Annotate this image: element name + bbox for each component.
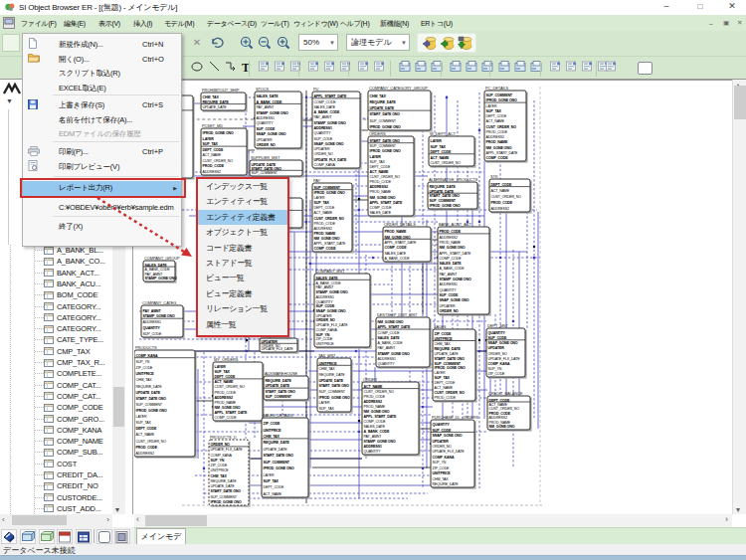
svg-text:PROD_CODE: PROD_CODE	[370, 180, 392, 184]
svg-text:A_BANK_CODE: A_BANK_CODE	[378, 341, 404, 345]
svg-text:PROD_NAME: PROD_NAME	[370, 190, 392, 194]
svg-text:ACT_NAME: ACT_NAME	[486, 119, 505, 123]
svg-text:A_BANK_CODE: A_BANK_CODE	[316, 281, 342, 285]
svg-text:COMP_KANA: COMP_KANA	[433, 456, 455, 460]
svg-text:PAY_AMNT: PAY_AMNT	[440, 273, 459, 277]
svg-text:UPDATE_FLX_DATE: UPDATE_FLX_DATE	[488, 357, 521, 361]
svg-text:NM_GONE ONO: NM_GONE ONO	[364, 410, 390, 414]
svg-text:UPDATER: UPDATER	[440, 304, 456, 308]
svg-text:PROD_NAME: PROD_NAME	[314, 232, 336, 236]
svg-text:PROD_NAME: PROD_NAME	[489, 421, 511, 425]
svg-text:LAYER: LAYER	[203, 137, 215, 141]
svg-text:DEPT_CODE: DEPT_CODE	[215, 375, 236, 379]
svg-text:SUP_CODE: SUP_CODE	[440, 293, 459, 297]
svg-text:ORDER_NO: ORDER_NO	[211, 443, 231, 447]
svg-text:STAMP_GONE ONO: STAMP_GONE ONO	[378, 352, 410, 356]
svg-text:STAMP_GONE ONO: STAMP_GONE ONO	[316, 290, 348, 294]
svg-text:ZIP_CODE: ZIP_CODE	[435, 332, 453, 336]
svg-text:ZIP_CODE: ZIP_CODE	[136, 366, 154, 370]
svg-text:COMP_CODE: COMP_CODE	[440, 257, 463, 261]
svg-text:COMPANY_CATEG: COMPANY_CATEG	[142, 300, 176, 305]
svg-text:IPROD_GONE ONO: IPROD_GONE ONO	[486, 98, 517, 102]
svg-text:REQUIRE_DATE: REQUIRE_DATE	[211, 479, 238, 483]
svg-text:APPL_START_DATE: APPL_START_DATE	[314, 242, 346, 246]
svg-text:STAMP_GONE ONO: STAMP_GONE ONO	[143, 314, 175, 318]
svg-text:PU: PU	[313, 87, 319, 92]
svg-text:W_DEPT_ACT: W_DEPT_ACT	[430, 131, 457, 136]
svg-text:CUST_ORDER_NO: CUST_ORDER_NO	[486, 125, 517, 129]
svg-text:SALES_DATE: SALES_DATE	[370, 211, 392, 215]
svg-text:REQUIRE_DATE: REQUIRE_DATE	[264, 441, 290, 445]
svg-text:ZIP_CODE: ZIP_CODE	[488, 372, 506, 376]
svg-text:NM_GONE ONO: NM_GONE ONO	[215, 406, 241, 410]
svg-text:ACT_NAME: ACT_NAME	[314, 211, 333, 215]
svg-text:ADDRESS1: ADDRESS1	[378, 357, 396, 361]
svg-text:SUP_COMMENT: SUP_COMMENT	[486, 93, 513, 97]
svg-text:ACT_NAME: ACT_NAME	[431, 156, 451, 160]
svg-text:COMPANY_MST: COMPANY_MST	[315, 269, 345, 274]
svg-text:IPROD_GONE ONO: IPROD_GONE ONO	[430, 204, 461, 208]
svg-text:STAMP_GONE ONO: STAMP_GONE ONO	[314, 121, 346, 125]
svg-text:ADDRESS2: ADDRESS2	[215, 396, 234, 400]
svg-text:ACT_NAME: ACT_NAME	[203, 153, 222, 157]
svg-text:ADDRESS1: ADDRESS1	[440, 282, 458, 286]
svg-text:STK: STK	[490, 174, 498, 179]
svg-text:UPDATE_DATE: UPDATE_DATE	[435, 352, 460, 356]
svg-text:ORDER_NO: ORDER_NO	[488, 352, 508, 356]
svg-text:NM_GONE ONO: NM_GONE ONO	[440, 246, 466, 250]
svg-text:SNAP_GONE ONO: SNAP_GONE ONO	[440, 298, 469, 302]
svg-text:ADDRESS2: ADDRESS2	[364, 400, 383, 404]
svg-text:SUP_TAX: SUP_TAX	[215, 370, 231, 374]
svg-text:BANK_ACNT_ACT: BANK_ACNT_ACT	[439, 222, 472, 227]
svg-text:SALES_DATE: SALES_DATE	[364, 425, 386, 429]
svg-text:A_BANK_CODE: A_BANK_CODE	[440, 267, 466, 271]
svg-text:APPL_START_DATE: APPL_START_DATE	[440, 252, 471, 256]
svg-text:PROD_CODE: PROD_CODE	[435, 396, 457, 400]
svg-text:SALES_DATE: SALES_DATE	[385, 252, 407, 256]
svg-text:REQUIRE_DATE: REQUIRE_DATE	[430, 185, 457, 189]
svg-text:QUANTITY: QUANTITY	[433, 423, 451, 427]
svg-text:UPDATER: UPDATER	[488, 346, 505, 350]
svg-text:SUP_COMMENT: SUP_COMMENT	[430, 199, 457, 203]
svg-text:SUP_TAX: SUP_TAX	[370, 160, 386, 164]
svg-text:ORDER: ORDER	[363, 377, 377, 382]
svg-text:UPDATE_FLX_DATE: UPDATE_FLX_DATE	[211, 448, 244, 452]
svg-text:ADDRESS1: ADDRESS1	[364, 445, 383, 449]
svg-text:CREDIT_BALANCE: CREDIT_BALANCE	[488, 391, 523, 396]
svg-text:NM_GONE ONO: NM_GONE ONO	[486, 146, 512, 150]
svg-text:PROD_CODE: PROD_CODE	[440, 230, 462, 234]
svg-text:CUST_ORDER_NO: CUST_ORDER_NO	[364, 390, 395, 394]
svg-text:ACT_NAME: ACT_NAME	[491, 189, 510, 193]
svg-text:SUP_COMMENT: SUP_COMMENT	[136, 403, 163, 407]
svg-text:IPROD_GONE ONO: IPROD_GONE ONO	[264, 467, 294, 470]
svg-text:SNAP_GONE ONO: SNAP_GONE ONO	[257, 132, 286, 136]
svg-text:UPDATE_DATE: UPDATE_DATE	[211, 484, 236, 488]
svg-text:NM_GONE ONO: NM_GONE ONO	[385, 236, 411, 240]
svg-text:ADDRESS2: ADDRESS2	[440, 236, 458, 240]
svg-text:LAYER: LAYER	[264, 473, 275, 477]
svg-text:COMPANY_CATEGORY_GROUP: COMPANY_CATEGORY_GROUP	[369, 86, 428, 91]
svg-text:COMP_KANA: COMP_KANA	[488, 362, 510, 366]
svg-text:DEPT_CODE: DEPT_CODE	[486, 114, 507, 118]
svg-text:PROD_NAME: PROD_NAME	[364, 405, 386, 409]
svg-text:UPDATE_DATE: UPDATE_DATE	[136, 391, 161, 395]
svg-text:IPROD_GONE ONO: IPROD_GONE ONO	[319, 396, 350, 400]
svg-text:CUST_ORDER_NO: CUST_ORDER_NO	[370, 175, 401, 179]
svg-text:SNAP_GONE ONO: SNAP_GONE ONO	[314, 142, 344, 146]
svg-text:SUP_CODE: SUP_CODE	[143, 332, 162, 336]
svg-text:ADDRESS2: ADDRESS2	[136, 452, 154, 456]
svg-text:UNITPRICE: UNITPRICE	[316, 342, 335, 346]
svg-text:SUP_TAX: SUP_TAX	[314, 201, 330, 205]
svg-text:SUP_CODE: SUP_CODE	[316, 304, 335, 308]
svg-text:A_BANK_CODE: A_BANK_CODE	[257, 100, 282, 104]
svg-text:PROD_CODE: PROD_CODE	[314, 222, 336, 226]
svg-text:ADDRESS1: ADDRESS1	[257, 116, 275, 120]
svg-text:SALES_DATE: SALES_DATE	[314, 105, 336, 109]
svg-text:QUANTITY: QUANTITY	[440, 288, 458, 292]
svg-text:UNITPRICE: UNITPRICE	[319, 362, 338, 366]
svg-text:APPL_START_DATE: APPL_START_DATE	[370, 201, 403, 205]
svg-text:APPL_START_DATE: APPL_START_DATE	[314, 94, 347, 98]
svg-text:CHM_TAX: CHM_TAX	[203, 95, 220, 99]
svg-text:PROD_CODE: PROD_CODE	[491, 201, 513, 205]
svg-text:QUANTITY: QUANTITY	[314, 131, 332, 135]
